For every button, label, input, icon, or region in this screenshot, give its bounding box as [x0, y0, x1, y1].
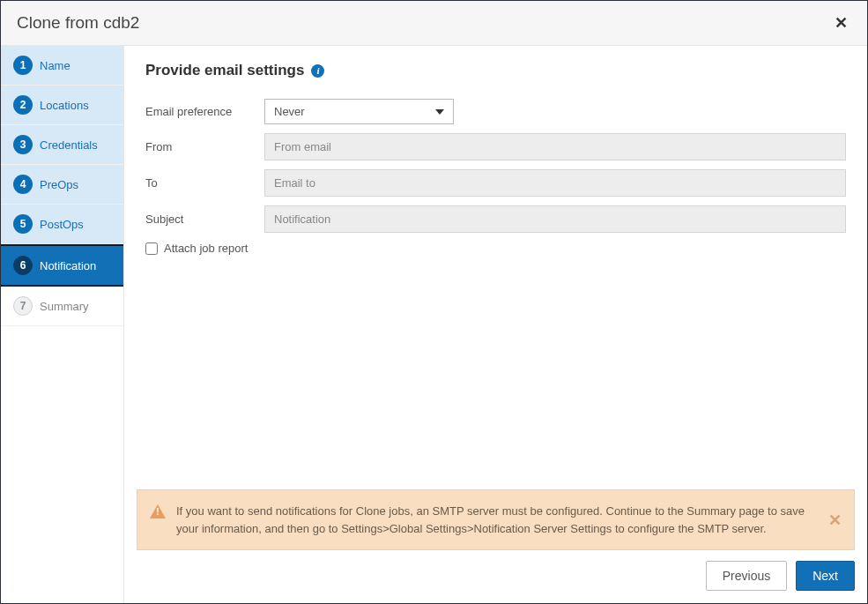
step-label: PostOps: [40, 218, 84, 231]
wizard-sidebar: 1 Name 2 Locations 3 Credentials 4 PreOp…: [1, 46, 124, 603]
previous-button[interactable]: Previous: [706, 561, 787, 591]
step-credentials[interactable]: 3 Credentials: [1, 125, 123, 165]
chevron-down-icon: [435, 109, 444, 115]
step-notification[interactable]: 6 Notification: [1, 244, 123, 287]
step-summary[interactable]: 7 Summary: [1, 287, 123, 326]
next-button[interactable]: Next: [796, 561, 855, 591]
info-icon[interactable]: i: [311, 64, 324, 78]
row-subject: Subject: [145, 205, 846, 233]
step-label: Locations: [40, 99, 89, 112]
section-title-text: Provide email settings: [145, 62, 304, 79]
step-number-badge: 4: [13, 175, 33, 194]
clone-wizard-modal: Clone from cdb2 ✕ 1 Name 2 Locations 3 C…: [0, 0, 868, 604]
step-label: Notification: [40, 259, 96, 272]
footer-buttons: Previous Next: [137, 561, 855, 591]
step-label: Name: [40, 59, 70, 72]
row-from: From: [145, 133, 846, 160]
step-number-badge: 3: [13, 135, 33, 154]
step-postops[interactable]: 5 PostOps: [1, 205, 123, 244]
step-preops[interactable]: 4 PreOps: [1, 165, 123, 205]
modal-title: Clone from cdb2: [17, 13, 139, 33]
label-email-preference: Email preference: [145, 105, 264, 118]
step-label: Credentials: [40, 138, 98, 152]
email-preference-value: Never: [274, 105, 305, 118]
label-from: From: [145, 140, 264, 153]
content-inner: Provide email settings i Email preferenc…: [124, 46, 867, 489]
row-email-preference: Email preference Never: [145, 99, 846, 124]
from-input[interactable]: [264, 133, 846, 160]
modal-body: 1 Name 2 Locations 3 Credentials 4 PreOp…: [1, 46, 867, 603]
step-label: Summary: [40, 300, 89, 313]
smtp-warning-alert: If you want to send notifications for Cl…: [137, 489, 855, 550]
label-subject: Subject: [145, 213, 264, 226]
step-number-badge: 1: [13, 56, 33, 75]
step-number-badge: 2: [13, 95, 33, 115]
section-title: Provide email settings i: [145, 62, 846, 79]
email-preference-select[interactable]: Never: [264, 99, 454, 124]
warning-icon: [150, 504, 166, 518]
alert-close-icon[interactable]: ✕: [828, 511, 842, 530]
step-number-badge: 5: [13, 214, 33, 234]
step-number-badge: 7: [13, 296, 33, 316]
alert-text: If you want to send notifications for Cl…: [176, 503, 819, 537]
attach-report-checkbox[interactable]: [145, 242, 158, 255]
wizard-content: Provide email settings i Email preferenc…: [124, 46, 867, 603]
modal-header: Clone from cdb2 ✕: [1, 1, 867, 46]
step-label: PreOps: [40, 178, 78, 191]
label-attach-report: Attach job report: [164, 242, 248, 255]
label-to: To: [145, 176, 264, 190]
row-to: To: [145, 169, 846, 197]
subject-input[interactable]: [264, 205, 846, 233]
step-locations[interactable]: 2 Locations: [1, 86, 123, 125]
row-attach-report: Attach job report: [145, 242, 846, 255]
step-number-badge: 6: [13, 256, 33, 275]
step-name[interactable]: 1 Name: [1, 46, 123, 86]
to-input[interactable]: [264, 169, 846, 197]
close-icon[interactable]: ✕: [831, 13, 851, 33]
footer: If you want to send notifications for Cl…: [124, 489, 867, 603]
